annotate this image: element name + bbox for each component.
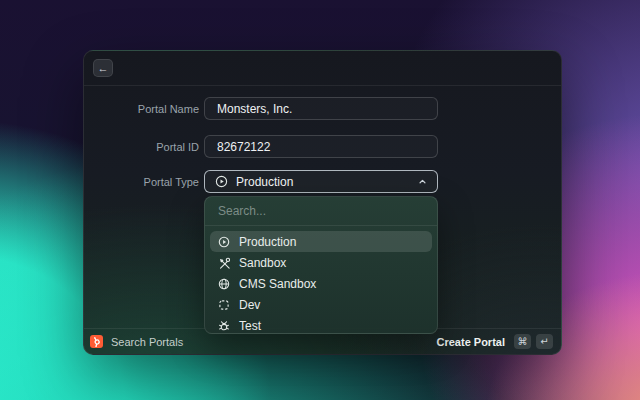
command-key-badge: ⌘ <box>514 334 531 349</box>
option-dev[interactable]: Dev <box>210 294 432 315</box>
portal-type-dropdown: Production Sandbox CMS Sandbox Dev <box>204 196 438 334</box>
hubspot-logo-icon <box>90 335 103 348</box>
portal-type-select[interactable]: Production <box>204 170 438 193</box>
option-cms-sandbox[interactable]: CMS Sandbox <box>210 273 432 294</box>
option-label: CMS Sandbox <box>239 277 316 291</box>
dropdown-search-row <box>205 197 437 226</box>
play-circle-icon <box>215 175 228 188</box>
option-production[interactable]: Production <box>210 231 432 252</box>
back-arrow-icon: ← <box>98 60 109 76</box>
modal-header: ← <box>84 51 561 86</box>
dropdown-options: Production Sandbox CMS Sandbox Dev <box>205 226 437 341</box>
create-portal-button[interactable]: Create Portal <box>437 336 505 348</box>
portal-id-row: Portal ID <box>84 135 561 158</box>
back-button[interactable]: ← <box>93 59 113 77</box>
play-circle-icon <box>218 236 230 248</box>
portal-type-label: Portal Type <box>84 176 199 188</box>
option-sandbox[interactable]: Sandbox <box>210 252 432 273</box>
create-portal-modal: ← Portal Name Portal ID Portal Type Prod… <box>83 50 562 355</box>
chevron-up-icon <box>418 177 427 186</box>
portal-type-row: Portal Type Production <box>84 170 561 193</box>
option-label: Dev <box>239 298 260 312</box>
option-test[interactable]: Test <box>210 315 432 336</box>
portal-type-value: Production <box>236 175 293 189</box>
portal-name-input[interactable] <box>204 97 438 120</box>
globe-icon <box>218 278 230 290</box>
bug-icon <box>218 320 230 332</box>
portal-name-label: Portal Name <box>84 103 199 115</box>
option-label: Production <box>239 235 296 249</box>
enter-key-badge: ↵ <box>536 334 553 349</box>
search-portals-button[interactable]: Search Portals <box>90 335 183 348</box>
portal-name-row: Portal Name <box>84 97 561 120</box>
tools-icon <box>218 257 230 269</box>
search-portals-label: Search Portals <box>111 336 183 348</box>
option-label: Test <box>239 319 261 333</box>
portal-id-label: Portal ID <box>84 141 199 153</box>
footer-actions: Create Portal ⌘ ↵ <box>437 334 553 349</box>
dropdown-search-input[interactable] <box>205 204 437 218</box>
portal-id-input[interactable] <box>204 135 438 158</box>
dashed-box-icon <box>218 299 230 311</box>
option-label: Sandbox <box>239 256 286 270</box>
